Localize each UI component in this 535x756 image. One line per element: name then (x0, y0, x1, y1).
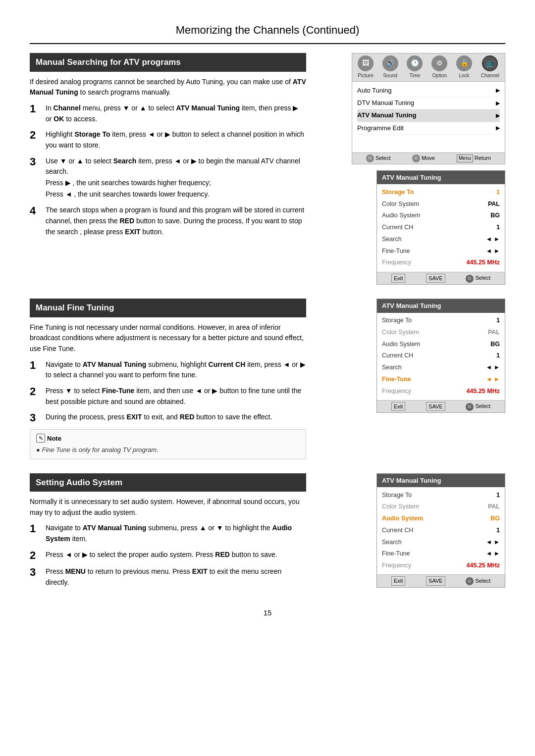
atv-exit-btn: Exit (391, 274, 405, 283)
atv2-row-audio: Audio SystemBG (382, 338, 500, 350)
step3-3: 3 Press MENU to return to previous menu.… (30, 566, 306, 588)
atv2-exit: Exit (391, 402, 405, 411)
note-label: Note (47, 434, 61, 444)
atv-row-audio: Audio SystemBG (382, 210, 500, 222)
step2-1: 1 Navigate to ATV Manual Tuning submenu,… (30, 359, 306, 381)
atv-select: ⊙ Select (466, 274, 490, 283)
section1-header: Manual Searching for ATV programs (30, 53, 306, 72)
atv3-select: ⊙ Select (466, 577, 490, 586)
atv-box1-title: ATV Manual Tuning (377, 171, 505, 185)
step2-3: 3 During the process, press EXIT to exit… (30, 412, 306, 424)
page-title: Memorizing the Channels (Continued) (30, 20, 505, 44)
step3-2: 2 Press ◄ or ▶ to select the proper audi… (30, 550, 306, 561)
section1-steps: 1 In Channel menu, press ▼ or ▲ to selec… (30, 103, 306, 238)
atv-box2-title: ATV Manual Tuning (377, 299, 505, 313)
atv-box-1: ATV Manual Tuning Storage To1 Color Syst… (376, 170, 505, 285)
atv-box3-title: ATV Manual Tuning (377, 474, 505, 488)
atv2-save: SAVE (426, 402, 445, 411)
atv3-row-color: Color SystemPAL (382, 501, 500, 513)
menu-dtv-manual: DTV Manual Tuning▶ (357, 97, 500, 109)
atv-save-btn: SAVE (426, 274, 445, 283)
step3-1: 1 Navigate to ATV Manual Tuning submenu,… (30, 523, 306, 544)
menu-auto-tuning: Auto Tuning▶ (357, 85, 500, 97)
note-text: Fine Tune is only for analog TV program. (36, 445, 300, 455)
page-number: 15 (30, 607, 505, 619)
section2-steps: 1 Navigate to ATV Manual Tuning submenu,… (30, 359, 306, 424)
atv3-row-search: Search◄ ► (382, 536, 500, 548)
note-icon: ✎ (36, 434, 45, 443)
atv2-row-search: Search◄ ► (382, 362, 500, 374)
atv-box-3: ATV Manual Tuning Storage To1 Color Syst… (376, 473, 505, 588)
atv-row-color: Color SystemPAL (382, 198, 500, 210)
step1-3: 3 Use ▼ or ▲ to select Search item, pres… (30, 156, 306, 201)
menu-atv-manual: ATV Manual Tuning▶ (357, 109, 500, 122)
note-box: ✎ Note Fine Tune is only for analog TV p… (30, 429, 306, 459)
atv3-row-audio: Audio SystemBG (382, 513, 500, 525)
atv3-row-frequency: Frequency445.25 MHz (382, 560, 500, 572)
step1-4: 4 The search stops when a program is fou… (30, 205, 306, 237)
menu-programme-edit: Programme Edit▶ (357, 122, 500, 135)
atv2-row-storage: Storage To1 (382, 315, 500, 327)
atv-row-finetune: Fine-Tune◄ ► (382, 245, 500, 257)
step1-1: 1 In Channel menu, press ▼ or ▲ to selec… (30, 103, 306, 124)
atv2-select: ⊙ Select (466, 402, 490, 411)
atv2-row-currentch: Current CH1 (382, 350, 500, 362)
atv3-save: SAVE (426, 576, 445, 586)
section3-header: Setting Audio System (30, 473, 306, 492)
section3-steps: 1 Navigate to ATV Manual Tuning submenu,… (30, 523, 306, 588)
atv-row-currentch: Current CH1 (382, 222, 500, 234)
atv-row-storage: Storage To1 (382, 186, 500, 198)
channel-menu-screenshot: 🖼 Picture 🔊 Sound 🕐 Time ⚙ Option 🔒 (352, 53, 505, 164)
atv-row-search: Search◄ ► (382, 233, 500, 245)
atv2-row-frequency: Frequency445.25 MHz (382, 385, 500, 397)
section2-intro: Fine Tuning is not necessary under norma… (30, 322, 306, 354)
atv3-row-finetune: Fine-Tune◄ ► (382, 548, 500, 560)
section2-header: Manual Fine Tuning (30, 299, 306, 317)
section3-intro: Normally it is unnecessary to set audio … (30, 497, 306, 518)
step2-2: 2 Press ▼ to select Fine-Tune item, and … (30, 386, 306, 407)
atv3-row-currentch: Current CH1 (382, 524, 500, 536)
atv3-row-storage: Storage To1 (382, 489, 500, 501)
atv-box-2: ATV Manual Tuning Storage To1 Color Syst… (376, 299, 505, 413)
section1-intro: If desired analog programs cannot be sea… (30, 77, 306, 98)
atv2-row-finetune: Fine-Tune◄ ► (382, 373, 500, 385)
atv3-exit: Exit (391, 576, 405, 586)
atv2-row-color: Color SystemPAL (382, 326, 500, 338)
step1-2: 2 Highlight Storage To item, press ◄ or … (30, 129, 306, 151)
atv-row-frequency: Frequency445.25 MHz (382, 257, 500, 269)
